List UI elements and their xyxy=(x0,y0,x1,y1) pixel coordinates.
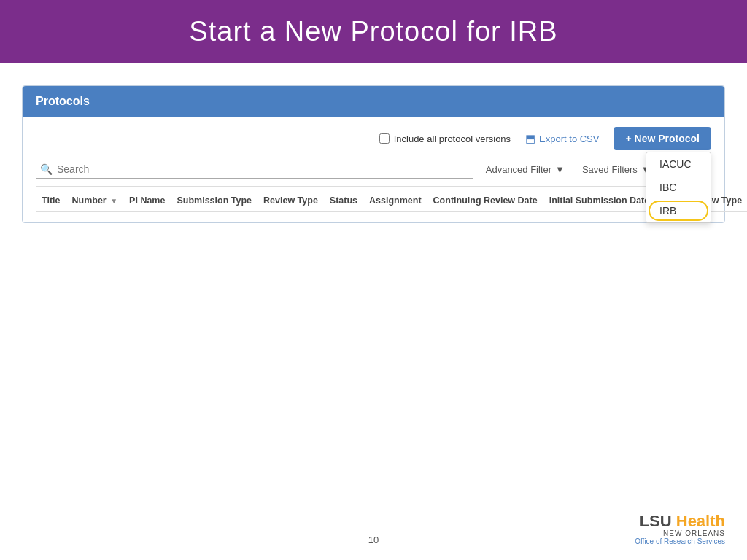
toolbar-row: Include all protocol versions ⬒ Export t… xyxy=(36,127,711,150)
protocols-panel: Protocols Include all protocol versions … xyxy=(22,85,725,223)
search-filter-row: 🔍 Advanced Filter ▼ Saved Filters ▼ Colu… xyxy=(36,160,711,187)
protocols-header: Protocols xyxy=(23,86,724,117)
col-status: Status xyxy=(324,187,363,212)
col-review-type: Review Type xyxy=(258,187,324,212)
col-number[interactable]: Number ▼ xyxy=(66,187,123,212)
search-container: 🔍 xyxy=(36,160,473,179)
col-pi-name: PI Name xyxy=(123,187,171,212)
protocols-label: Protocols xyxy=(36,95,90,107)
dropdown-item-ibc[interactable]: IBC xyxy=(646,176,711,199)
table-header-row: Title Number ▼ PI Name Submission Type xyxy=(36,187,747,212)
main-content: Protocols Include all protocol versions … xyxy=(0,63,747,238)
col-title: Title xyxy=(36,187,66,212)
dropdown-item-irb[interactable]: IRB xyxy=(646,199,711,222)
table-head: Title Number ▼ PI Name Submission Type xyxy=(36,187,747,212)
saved-filters-button[interactable]: Saved Filters ▼ xyxy=(576,161,657,178)
protocols-body: Include all protocol versions ⬒ Export t… xyxy=(23,117,724,222)
include-versions-checkbox[interactable] xyxy=(379,133,390,144)
dropdown-item-iacuc[interactable]: IACUC xyxy=(646,152,711,176)
protocols-table: Title Number ▼ PI Name Submission Type xyxy=(36,187,747,212)
col-submission-type: Submission Type xyxy=(171,187,258,212)
filter-icon: ▼ xyxy=(555,164,565,175)
lsu-text: LSU xyxy=(640,512,676,530)
search-icon: 🔍 xyxy=(40,163,53,175)
search-input[interactable] xyxy=(57,163,468,175)
footer: 10 LSU Health NEW ORLEANS Office of Rese… xyxy=(0,534,747,545)
lsu-logo: LSU Health NEW ORLEANS Office of Researc… xyxy=(635,513,725,545)
new-protocol-wrapper: + New Protocol IACUC IBC IRB xyxy=(614,127,711,150)
lsu-logo-text: LSU Health xyxy=(635,513,725,529)
header-banner: Start a New Protocol for IRB xyxy=(0,0,747,63)
health-text: Health xyxy=(676,512,725,530)
lsu-new-orleans: NEW ORLEANS xyxy=(635,529,725,537)
include-versions-label[interactable]: Include all protocol versions xyxy=(379,133,511,144)
col-continuing-review-date: Continuing Review Date xyxy=(427,187,543,212)
export-csv-button[interactable]: ⬒ Export to CSV xyxy=(519,129,605,148)
lsu-office: Office of Research Services xyxy=(635,537,725,545)
col-initial-submission-date: Initial Submission Date xyxy=(543,187,656,212)
new-protocol-button[interactable]: + New Protocol xyxy=(614,127,711,150)
advanced-filter-button[interactable]: Advanced Filter ▼ xyxy=(480,161,570,178)
header-title: Start a New Protocol for IRB xyxy=(0,16,747,47)
new-protocol-dropdown: IACUC IBC IRB xyxy=(646,152,711,223)
col-assignment: Assignment xyxy=(363,187,427,212)
sort-icon: ▼ xyxy=(110,197,117,205)
export-icon: ⬒ xyxy=(525,132,535,145)
